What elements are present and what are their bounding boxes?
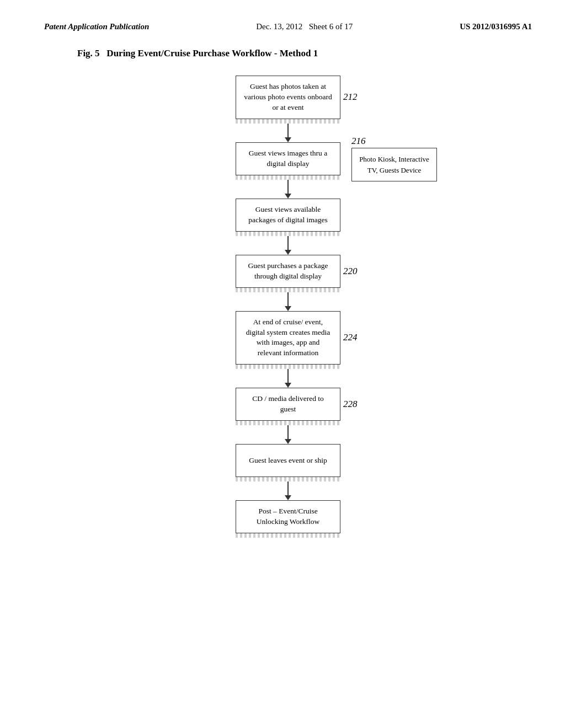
- node5-box: At end of cruise/ event, digital system …: [236, 311, 340, 365]
- node3-text: Guest views available packages of digita…: [244, 205, 332, 226]
- node1-box: Guest has photos taken at various photo …: [236, 76, 340, 119]
- arrow-3: [44, 236, 532, 255]
- node1-ref: 212: [343, 92, 358, 103]
- connector-center-7: [236, 481, 340, 500]
- vline-2: [287, 180, 289, 194]
- node4-scribble: [236, 288, 340, 292]
- flow-item-6: CD / media delivered to guest 228: [236, 388, 340, 425]
- node2-scribble: [236, 175, 340, 180]
- node2-box: Guest views images thru a digital displa…: [236, 142, 340, 175]
- diagram: Guest has photos taken at various photo …: [44, 76, 532, 538]
- arrow-6: [44, 425, 532, 444]
- arrow-1: [44, 124, 532, 142]
- publication-label: Patent Application Publication: [44, 22, 149, 31]
- arrow-7: [44, 481, 532, 500]
- arrowtip-7: [285, 495, 291, 500]
- arrowtip-1: [285, 137, 291, 142]
- node2-ref: 216: [351, 136, 366, 147]
- node4-box: Guest purchases a package through digita…: [236, 255, 340, 288]
- page: Patent Application Publication Dec. 13, …: [0, 0, 565, 728]
- header: Patent Application Publication Dec. 13, …: [44, 22, 532, 31]
- node7-scribble: [236, 477, 340, 481]
- vline-7: [287, 481, 289, 495]
- node7-text: Guest leaves event or ship: [249, 456, 327, 466]
- node3-box: Guest views available packages of digita…: [236, 199, 340, 232]
- arrowtip-5: [285, 383, 291, 388]
- vline-3: [287, 236, 289, 250]
- node2-text: Guest views images thru a digital displa…: [244, 148, 332, 169]
- connector-center-1: [236, 124, 340, 142]
- flow-item-1: Guest has photos taken at various photo …: [236, 76, 340, 124]
- node3-scribble: [236, 232, 340, 236]
- arrowtip-3: [285, 250, 291, 255]
- node5-scribble: [236, 365, 340, 369]
- node6-text: CD / media delivered to guest: [244, 394, 332, 415]
- vline-1: [287, 124, 289, 137]
- connector-center-2: [236, 180, 340, 199]
- node1-text: Guest has photos taken at various photo …: [244, 82, 332, 113]
- arrowtip-4: [285, 306, 291, 311]
- connector-center-3: [236, 236, 340, 255]
- node6-box: CD / media delivered to guest: [236, 388, 340, 421]
- node8-box: Post – Event/Cruise Unlocking Workflow: [236, 500, 340, 533]
- node5-text: At end of cruise/ event, digital system …: [244, 317, 332, 359]
- node4-ref: 220: [343, 266, 358, 277]
- connector-center-6: [236, 425, 340, 444]
- arrowtip-2: [285, 194, 291, 199]
- node1-scribble: [236, 119, 340, 124]
- flow-item-2: Guest views images thru a digital displa…: [236, 142, 340, 180]
- vline-5: [287, 369, 289, 383]
- flow-item-3: Guest views available packages of digita…: [236, 199, 340, 236]
- arrow-5: [44, 369, 532, 388]
- node6-scribble: [236, 421, 340, 425]
- flow-item-7: Guest leaves event or ship: [236, 444, 340, 481]
- flow-item-4: Guest purchases a package through digita…: [236, 255, 340, 292]
- vline-4: [287, 292, 289, 306]
- node4-text: Guest purchases a package through digita…: [244, 261, 332, 282]
- date-label: Dec. 13, 2012 Sheet 6 of 17: [256, 22, 353, 31]
- flow-item-5: At end of cruise/ event, digital system …: [236, 311, 340, 370]
- figure-title: Fig. 5 During Event/Cruise Purchase Work…: [77, 48, 532, 59]
- flow-item-8: Post – Event/Cruise Unlocking Workflow: [236, 500, 340, 538]
- node5-ref: 224: [343, 332, 358, 343]
- node1-label-row: Guest has photos taken at various photo …: [236, 76, 340, 119]
- side-box-2: Photo Kiosk, Interactive TV, Guests Devi…: [351, 148, 437, 181]
- node8-text: Post – Event/Cruise Unlocking Workflow: [244, 506, 332, 527]
- side-box-2-text: Photo Kiosk, Interactive TV, Guests Devi…: [359, 154, 430, 175]
- patent-number: US 2012/0316995 A1: [460, 22, 532, 31]
- connector-center-4: [236, 292, 340, 311]
- arrowtip-6: [285, 439, 291, 444]
- node7-box: Guest leaves event or ship: [236, 444, 340, 477]
- arrow-4: [44, 292, 532, 311]
- node8-scribble: [236, 533, 340, 538]
- node6-ref: 228: [343, 399, 358, 410]
- connector-center-5: [236, 369, 340, 388]
- arrow-2: [44, 180, 532, 199]
- vline-6: [287, 425, 289, 439]
